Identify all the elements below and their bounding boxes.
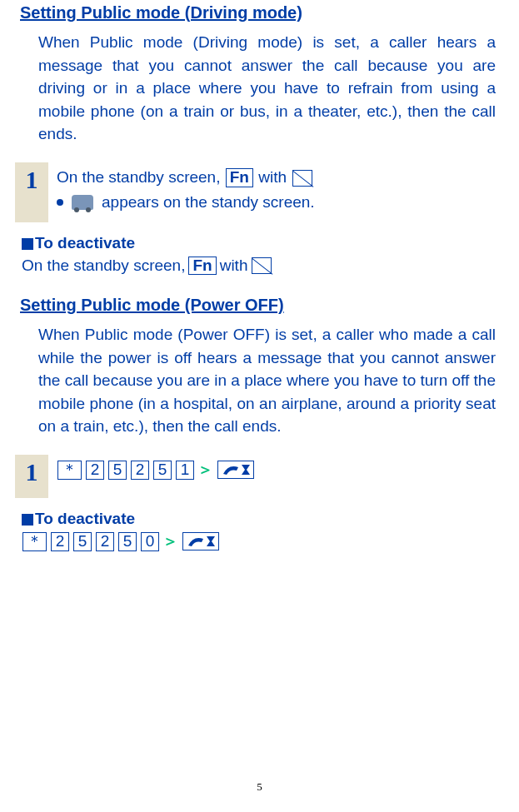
deactivate-line-poweroff: ＊ 2 5 2 5 0＞	[22, 530, 504, 554]
step-content: On the standby screen, Fn with appears o…	[57, 162, 315, 215]
key-5: 5	[108, 461, 127, 480]
fn-key: Fn	[226, 168, 253, 187]
key-5: 5	[73, 532, 92, 551]
section-title-poweroff: Setting Public mode (Power OFF)	[20, 296, 504, 315]
deactivate-heading-poweroff: To deactivate	[22, 510, 504, 528]
step-1-poweroff: 1 ＊ 2 5 2 5 1＞	[15, 455, 504, 498]
key-2: 2	[96, 532, 114, 551]
step-number-badge: 1	[15, 162, 48, 222]
fn-key: Fn	[188, 257, 216, 276]
section-title-driving: Setting Public mode (Driving mode)	[20, 3, 504, 22]
step-1-driving: 1 On the standby screen, Fn with appears…	[15, 162, 504, 222]
call-key-icon	[217, 461, 254, 479]
call-key-icon	[182, 532, 219, 550]
page-number: 5	[0, 780, 519, 794]
step-bullet-row: appears on the standy screen.	[57, 191, 315, 215]
square-bullet-icon	[22, 238, 33, 250]
key-1: 1	[176, 461, 194, 480]
text-fragment: with	[254, 168, 291, 186]
bullet-icon	[57, 199, 63, 206]
key-star: ＊	[57, 461, 82, 480]
square-bullet-icon	[22, 514, 33, 526]
diagonal-key-icon	[292, 170, 312, 187]
car-icon	[72, 195, 93, 210]
text-fragment: with	[220, 254, 248, 278]
paragraph-driving: When Public mode (Driving mode) is set, …	[38, 31, 496, 146]
key-5: 5	[153, 461, 172, 480]
heading-text: To deactivate	[35, 510, 135, 527]
heading-text: To deactivate	[35, 234, 135, 252]
step-number-badge: 1	[15, 455, 48, 498]
key-5: 5	[118, 532, 137, 551]
step-line-1: On the standby screen, Fn with	[57, 166, 315, 190]
text-fragment: appears on the standy screen.	[102, 191, 315, 215]
deactivate-heading-driving: To deactivate	[22, 234, 504, 252]
key-star: ＊	[22, 532, 47, 551]
diagonal-key-icon	[252, 257, 272, 274]
step-content: ＊ 2 5 2 5 1＞	[57, 455, 254, 482]
arrow-gt: ＞	[197, 458, 213, 482]
key-2: 2	[131, 461, 149, 480]
paragraph-poweroff: When Public mode (Power OFF) is set, a c…	[38, 323, 496, 438]
text-fragment: On the standby screen,	[22, 254, 185, 278]
arrow-gt: ＞	[162, 530, 178, 554]
key-0: 0	[141, 532, 159, 551]
key-2: 2	[86, 461, 104, 480]
key-2: 2	[51, 532, 69, 551]
deactivate-line-driving: On the standby screen, Fn with	[22, 254, 504, 278]
text-fragment: On the standby screen,	[57, 168, 225, 186]
